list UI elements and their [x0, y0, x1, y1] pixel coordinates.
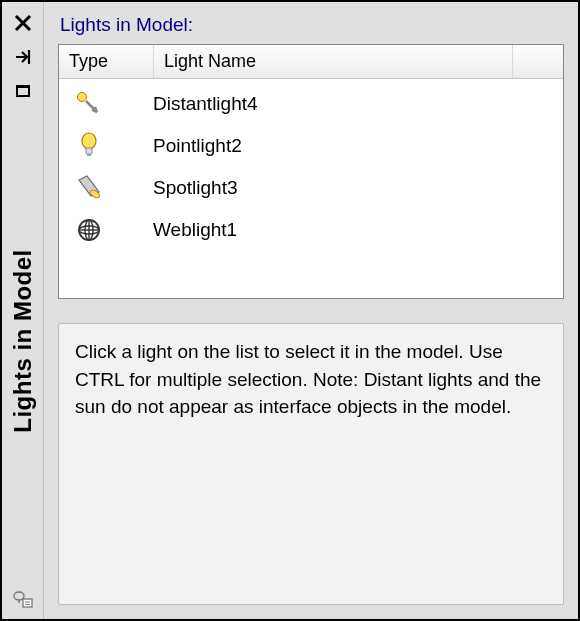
table-body: Distantlight4 Pointlight2 — [59, 79, 563, 255]
svg-point-6 — [78, 93, 87, 102]
autohide-icon[interactable] — [7, 42, 39, 72]
svg-rect-8 — [86, 148, 92, 154]
table-header: Type Light Name — [59, 45, 563, 79]
table-row[interactable]: Pointlight2 — [59, 125, 563, 167]
light-name: Distantlight4 — [153, 93, 563, 115]
table-row[interactable]: Spotlight3 — [59, 167, 563, 209]
sidebar-title: Lights in Model — [9, 249, 37, 432]
info-text: Click a light on the list to select it i… — [58, 323, 564, 605]
light-name: Pointlight2 — [153, 135, 563, 157]
svg-point-7 — [82, 133, 96, 149]
close-icon[interactable] — [7, 8, 39, 38]
panel-title: Lights in Model: — [58, 14, 564, 36]
column-header-name[interactable]: Light Name — [154, 45, 513, 78]
svg-rect-1 — [18, 88, 28, 95]
table-row[interactable]: Distantlight4 — [59, 83, 563, 125]
column-header-spacer — [513, 45, 563, 78]
distant-light-icon — [73, 88, 153, 120]
light-name: Weblight1 — [153, 219, 563, 241]
light-name: Spotlight3 — [153, 177, 563, 199]
svg-rect-3 — [23, 599, 32, 607]
spotlight-icon — [73, 172, 153, 204]
table-row[interactable]: Weblight1 — [59, 209, 563, 251]
menu-icon[interactable] — [7, 76, 39, 106]
lights-table: Type Light Name Distantlight4 — [58, 44, 564, 299]
sidebar-title-wrap: Lights in Model — [2, 108, 43, 583]
column-header-type[interactable]: Type — [59, 45, 154, 78]
sidebar: Lights in Model — [2, 2, 44, 619]
point-light-icon — [73, 130, 153, 162]
main-panel: Lights in Model: Type Light Name Distant… — [44, 2, 578, 619]
web-light-icon — [73, 214, 153, 246]
properties-icon[interactable] — [7, 583, 39, 615]
